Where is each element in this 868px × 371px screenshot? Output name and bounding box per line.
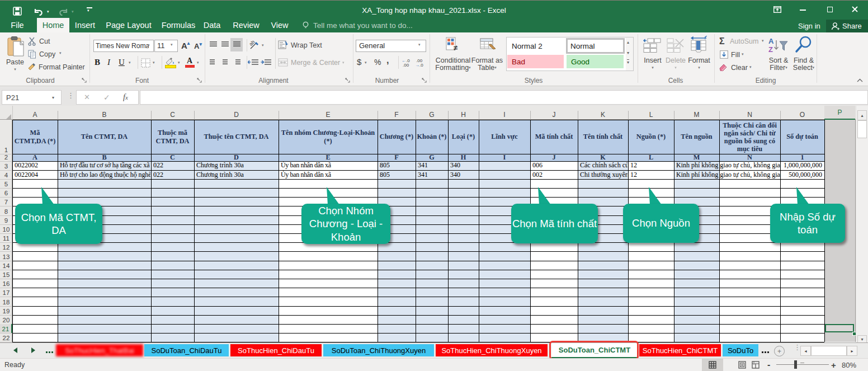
- svg-text:.0: .0: [419, 63, 423, 67]
- svg-text:A: A: [768, 37, 774, 45]
- svg-text:→: →: [415, 63, 419, 67]
- svg-text:Z: Z: [768, 45, 773, 54]
- svg-text:.00: .00: [403, 63, 409, 67]
- svg-text:≠: ≠: [454, 44, 457, 52]
- svg-text:ab: ab: [249, 40, 256, 47]
